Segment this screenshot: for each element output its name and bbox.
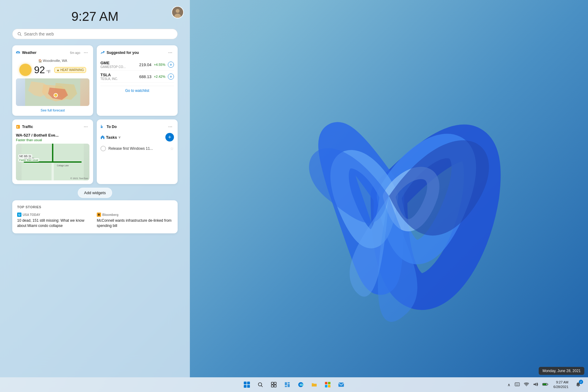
- start-button[interactable]: [241, 379, 253, 391]
- svg-rect-19: [247, 382, 250, 384]
- weather-main: 92 °F ▲ HEAT WARNING: [16, 64, 89, 76]
- story-source-icon-1: B: [97, 213, 101, 217]
- stock-add-tsla[interactable]: +: [168, 74, 174, 80]
- traffic-status2-label: Faster than usual: [18, 158, 39, 162]
- stock-row-tsla: TSLA TESLA, INC. 688.13 +2.42% +: [100, 71, 174, 83]
- svg-rect-33: [328, 382, 330, 384]
- svg-rect-42: [515, 384, 516, 385]
- date-tooltip: Monday, June 28, 2021: [539, 367, 584, 375]
- svg-text:Cottage Lake: Cottage Lake: [57, 164, 69, 167]
- story-headline-1: McConnell wants infrastructure de-linked…: [97, 218, 173, 228]
- stock-price-area-gme: 219.04 +4.55% +: [139, 62, 174, 68]
- todo-menu-button[interactable]: ···: [167, 123, 174, 130]
- task-view-icon: [271, 382, 277, 387]
- svg-rect-29: [288, 382, 290, 383]
- watchlist-link[interactable]: Go to watchlist: [100, 86, 174, 93]
- svg-rect-40: [517, 383, 518, 384]
- file-explorer-icon: [311, 382, 317, 388]
- avatar-image: [172, 7, 183, 18]
- story-source-name-1: Bloomberg: [102, 213, 119, 217]
- svg-rect-35: [328, 385, 330, 387]
- traffic-map: NE 8th St Cottage Lake NE 8th St Faster …: [16, 144, 89, 180]
- svg-rect-25: [274, 382, 276, 384]
- volume-tray-icon: [533, 382, 538, 386]
- story-headline-0: 10 dead, 151 still missing: What we know…: [17, 218, 93, 228]
- svg-rect-21: [247, 385, 250, 388]
- svg-rect-43: [516, 384, 517, 385]
- svg-rect-32: [325, 382, 327, 384]
- stock-add-gme[interactable]: +: [168, 62, 174, 68]
- svg-line-1: [20, 35, 21, 36]
- todo-widget-header: To Do ···: [100, 123, 174, 130]
- microsoft-store-icon: [325, 382, 331, 388]
- widget-panel-inner: 9:27 AM: [0, 0, 190, 377]
- battery-icon[interactable]: [541, 381, 550, 388]
- todo-star[interactable]: ☆: [170, 146, 174, 151]
- top-stories-section: TOP STORIES U USA TODAY 10 dead, 151 sti…: [12, 200, 178, 233]
- todo-item: Release first Windows 11... ☆: [100, 144, 174, 153]
- svg-rect-46: [516, 385, 519, 386]
- traffic-menu-button[interactable]: ···: [82, 123, 89, 130]
- story-source-1: B Bloomberg: [97, 213, 173, 217]
- todo-widget-title: To Do: [100, 125, 117, 129]
- svg-rect-30: [288, 384, 290, 387]
- traffic-status1: Faster than usual: [16, 138, 89, 142]
- search-bar[interactable]: [12, 29, 178, 39]
- taskbar-search-button[interactable]: [254, 379, 266, 391]
- system-tray-chevron[interactable]: ∧: [506, 381, 512, 388]
- traffic-widget-title: 8 Traffic: [16, 125, 33, 129]
- svg-rect-39: [516, 383, 517, 384]
- user-avatar[interactable]: [172, 6, 184, 18]
- taskbar-clock[interactable]: 9:27 AM 6/28/2021: [552, 380, 570, 390]
- story-item-0[interactable]: U USA TODAY 10 dead, 151 still missing: …: [17, 213, 93, 228]
- svg-point-3: [176, 9, 180, 13]
- svg-rect-27: [274, 385, 276, 387]
- story-source-name-0: USA TODAY: [23, 213, 40, 217]
- todo-tasks-label[interactable]: Tasks ∨: [100, 135, 121, 140]
- traffic-copyright: © 2021 TomTom: [70, 177, 88, 180]
- svg-rect-28: [285, 382, 287, 385]
- svg-rect-44: [517, 384, 518, 385]
- weather-temperature: 92 °F: [34, 64, 51, 76]
- stocks-widget-icon: [100, 51, 105, 55]
- keyboard-icon[interactable]: [514, 381, 521, 388]
- stock-info-tsla: TSLA TESLA, INC.: [100, 73, 118, 81]
- story-source-0: U USA TODAY: [17, 213, 93, 217]
- story-item-1[interactable]: B Bloomberg McConnell wants infrastructu…: [97, 213, 173, 228]
- volume-icon[interactable]: [532, 381, 539, 389]
- svg-rect-7: [17, 51, 18, 52]
- windows-logo-icon: [244, 382, 250, 388]
- weather-forecast-link[interactable]: See full forecast: [16, 108, 89, 112]
- task-view-button[interactable]: [268, 379, 280, 391]
- keyboard-tray-icon: [515, 383, 520, 386]
- heat-warning: ▲ HEAT WARNING: [54, 67, 86, 73]
- todo-checkbox[interactable]: [100, 146, 106, 151]
- wifi-icon[interactable]: [523, 381, 530, 389]
- traffic-route2-label: NE 8th St: [18, 154, 32, 158]
- widget-grid-row2: 8 Traffic ··· WA-527 / Bothell Eve... Fa…: [12, 119, 178, 184]
- stocks-menu-button[interactable]: ···: [167, 49, 174, 56]
- weather-map: [16, 78, 89, 106]
- microsoft-store-button[interactable]: [322, 379, 334, 391]
- edge-browser-button[interactable]: [295, 379, 307, 391]
- file-explorer-button[interactable]: [308, 379, 320, 391]
- svg-rect-26: [271, 385, 273, 387]
- todo-task-text: Release first Windows 11...: [108, 146, 168, 151]
- todo-add-button[interactable]: +: [165, 133, 174, 141]
- stories-grid: U USA TODAY 10 dead, 151 still missing: …: [17, 213, 173, 228]
- traffic-map-svg: NE 8th St Cottage Lake: [16, 144, 89, 180]
- taskbar-right: ∧: [506, 379, 584, 391]
- taskbar-date: 6/28/2021: [553, 385, 568, 389]
- add-widgets-button[interactable]: Add widgets: [78, 188, 112, 198]
- mail-button[interactable]: [335, 379, 347, 391]
- tasks-home-icon: [100, 135, 105, 139]
- wifi-tray-icon: [524, 382, 529, 386]
- panel-time: 9:27 AM: [12, 9, 178, 24]
- search-input[interactable]: [24, 32, 172, 36]
- taskbar-widgets-button[interactable]: [281, 379, 293, 391]
- svg-rect-41: [518, 383, 519, 384]
- svg-rect-16: [101, 126, 103, 128]
- notification-center-button[interactable]: 2: [572, 379, 584, 391]
- notification-badge-count: 2: [579, 380, 583, 384]
- weather-menu-button[interactable]: ···: [82, 49, 89, 56]
